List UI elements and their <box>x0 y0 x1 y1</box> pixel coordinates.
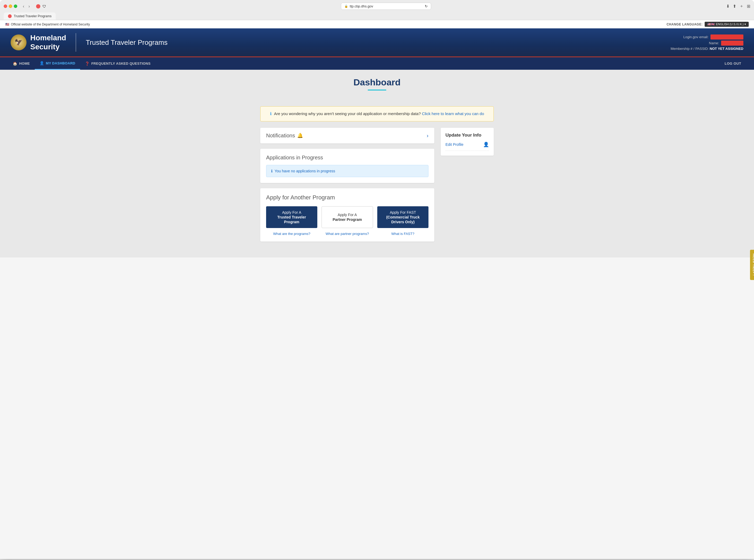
edit-profile-link[interactable]: Edit Profile <box>445 142 463 147</box>
info-banner: ℹ Are you wondering why you aren't seein… <box>260 106 494 121</box>
us-flag-icon: 🇺🇸 <box>5 22 9 26</box>
lock-icon: 🔒 <box>344 4 348 8</box>
apply-tt-label-bottom: Trusted Traveler Program <box>271 215 312 224</box>
applications-title: Applications in Progress <box>266 155 428 161</box>
notifications-card: Notifications 🔔 › <box>260 128 434 143</box>
seal-icon: 🦅 <box>15 39 22 46</box>
info-banner-link[interactable]: Click here to learn what you can do <box>422 112 484 116</box>
bell-icon: 🔔 <box>297 133 303 138</box>
page-title: Dashboard <box>0 77 754 87</box>
nav-faq-label: FREQUENTLY ASKED QUESTIONS <box>91 61 151 65</box>
applications-body: Applications in Progress ℹ You have no a… <box>260 149 434 183</box>
program-title: Trusted Traveler Programs <box>86 38 168 47</box>
name-row: Name: <box>671 41 743 46</box>
apply-links-row: What are the programs? What are partner … <box>266 232 428 236</box>
nav-home[interactable]: 🏠 HOME <box>8 58 35 69</box>
official-text: Official website of the Department of Ho… <box>11 22 90 26</box>
nav-dashboard[interactable]: 👤 MY DASHBOARD <box>35 57 80 70</box>
what-are-programs-link[interactable]: What are the programs? <box>266 232 317 236</box>
language-value: ENGLISH (U.S./U.K.) ▾ <box>716 22 746 26</box>
sidebar-link-row: Edit Profile 👤 <box>445 142 489 151</box>
tab-icon-shield: 🛡 <box>42 4 46 8</box>
person-icon: 👤 <box>483 142 489 147</box>
forward-button[interactable]: › <box>27 3 31 9</box>
apply-fast-label-bottom: (Commercial Truck Drivers Only) <box>382 215 424 224</box>
nav-faq[interactable]: ❓ FREQUENTLY ASKED QUESTIONS <box>80 58 155 69</box>
apply-programs-body: Apply for Another Program Apply For A Tr… <box>260 188 434 242</box>
language-button[interactable]: 🇺🇸🇬🇧 ENGLISH (U.S./U.K.) ▾ <box>705 22 749 27</box>
user-info: Login.gov email: Name: Membership # / PA… <box>671 35 743 51</box>
faq-icon: ❓ <box>85 61 90 66</box>
sidebar-icon[interactable]: ⊞ <box>747 4 750 9</box>
notifications-chevron[interactable]: › <box>427 133 428 139</box>
name-label: Name: <box>709 41 719 45</box>
dashboard-icon: 👤 <box>40 61 44 65</box>
applications-card: Applications in Progress ℹ You have no a… <box>260 149 434 183</box>
url-input-display[interactable]: 🔒 ttp.cbp.dhs.gov ↻ <box>341 3 431 10</box>
need-help-label: NEED HELP? <box>752 254 754 276</box>
apply-trusted-traveler-button[interactable]: Apply For A Trusted Traveler Program <box>266 206 317 228</box>
membership-row: Membership # / PASSID: NOT YET ASSIGNED <box>671 47 743 51</box>
apply-fast-label-top: Apply For FAST <box>390 210 416 215</box>
nav-dashboard-label: MY DASHBOARD <box>46 61 75 65</box>
no-apps-icon: ℹ <box>271 169 272 173</box>
nav-home-label: HOME <box>19 61 30 65</box>
apply-buttons-row: Apply For A Trusted Traveler Program App… <box>266 206 428 228</box>
apply-partner-program-button[interactable]: Apply For A Partner Program <box>322 206 373 228</box>
name-redacted <box>721 41 743 46</box>
apply-fast-button[interactable]: Apply For FAST (Commercial Truck Drivers… <box>377 206 428 228</box>
new-tab-icon[interactable]: ＋ <box>739 3 743 9</box>
email-redacted <box>711 35 743 40</box>
change-language-label: CHANGE LANGUAGE: <box>666 22 702 26</box>
tab-title: Trusted Traveler Programs <box>14 14 52 18</box>
apply-programs-title: Apply for Another Program <box>266 194 428 201</box>
url-text: ttp.cbp.dhs.gov <box>350 4 373 8</box>
tab-favicon-red <box>8 14 12 18</box>
site-nav: 🏠 HOME 👤 MY DASHBOARD ❓ FREQUENTLY ASKED… <box>0 57 754 70</box>
language-selector: CHANGE LANGUAGE: 🇺🇸🇬🇧 ENGLISH (U.S./U.K.… <box>666 22 749 27</box>
site-header: 🦅 HomelandSecurity Trusted Traveler Prog… <box>0 28 754 57</box>
logout-button[interactable]: LOG OUT <box>720 58 746 69</box>
dhs-seal: 🦅 <box>11 35 26 51</box>
notifications-title: Notifications 🔔 <box>266 133 303 139</box>
apply-programs-card: Apply for Another Program Apply For A Tr… <box>260 188 434 242</box>
what-are-partner-programs-link[interactable]: What are partner programs? <box>322 232 373 236</box>
share-icon[interactable]: ⬆ <box>733 4 736 9</box>
what-is-fast-link[interactable]: What is FAST? <box>377 232 428 236</box>
membership-label: Membership # / PASSID: <box>671 47 709 51</box>
apply-tt-label-top: Apply For A <box>282 210 301 215</box>
dashboard-layout: Notifications 🔔 › Applications in Progre… <box>260 128 494 247</box>
main-content: ℹ Are you wondering why you aren't seein… <box>255 101 499 258</box>
download-icon[interactable]: ⬇ <box>726 4 730 9</box>
sidebar-card: Update Your Info Edit Profile 👤 <box>441 128 494 156</box>
official-banner: 🇺🇸 Official website of the Department of… <box>0 20 754 28</box>
active-tab[interactable]: Trusted Traveler Programs <box>4 13 56 20</box>
sidebar-update-title: Update Your Info <box>445 133 489 138</box>
need-help-tab[interactable]: NEED HELP? <box>750 250 754 280</box>
page-title-section: Dashboard <box>0 70 754 96</box>
email-label: Login.gov email: <box>683 35 709 39</box>
back-button[interactable]: ‹ <box>21 3 25 9</box>
email-row: Login.gov email: <box>671 35 743 40</box>
tab-icon-red <box>36 4 40 8</box>
banner-left: 🇺🇸 Official website of the Department of… <box>5 22 90 26</box>
refresh-icon[interactable]: ↻ <box>425 4 428 8</box>
info-banner-text: Are you wondering why you aren't seeing … <box>274 112 421 116</box>
browser-chrome: ‹ › 🛡 🔒 ttp.cbp.dhs.gov ↻ ⬇ ⬆ <box>0 0 754 20</box>
apply-pp-label-top: Apply For A <box>338 213 357 217</box>
notifications-header: Notifications 🔔 › <box>260 128 434 143</box>
maximize-button[interactable] <box>14 4 17 8</box>
browser-controls: ‹ › <box>21 3 31 9</box>
close-button[interactable] <box>4 4 7 8</box>
apply-pp-label-bottom: Partner Program <box>327 217 368 222</box>
membership-value: NOT YET ASSIGNED <box>710 47 743 51</box>
title-underline <box>368 89 386 91</box>
dhs-logo: 🦅 HomelandSecurity <box>11 34 66 51</box>
flag-icons: 🇺🇸🇬🇧 <box>707 22 715 26</box>
header-divider <box>76 33 76 52</box>
org-name: HomelandSecurity <box>30 34 66 51</box>
notifications-label: Notifications <box>266 133 295 139</box>
dashboard-main: Notifications 🔔 › Applications in Progre… <box>260 128 434 247</box>
minimize-button[interactable] <box>9 4 12 8</box>
dashboard-sidebar: Update Your Info Edit Profile 👤 <box>441 128 494 156</box>
